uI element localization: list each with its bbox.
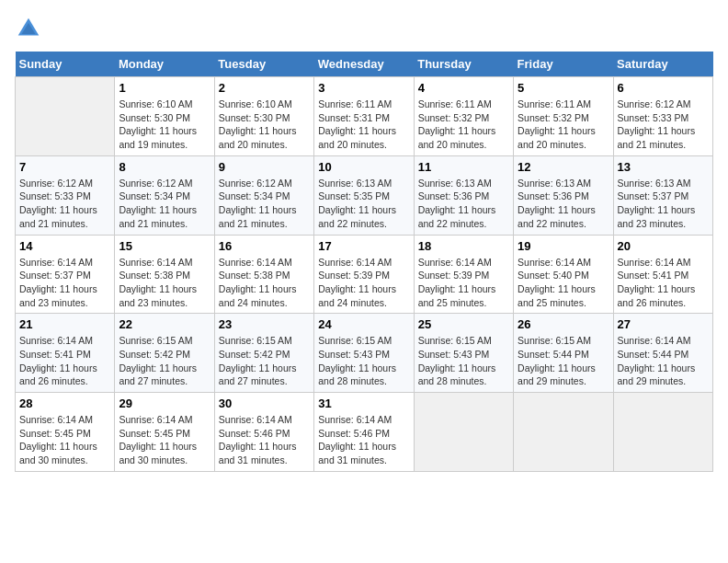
day-number: 28 — [19, 396, 110, 410]
cell-sun-info: Sunrise: 6:10 AMSunset: 5:30 PMDaylight:… — [219, 98, 310, 152]
cell-sun-info: Sunrise: 6:14 AMSunset: 5:45 PMDaylight:… — [19, 413, 110, 467]
cell-sun-info: Sunrise: 6:14 AMSunset: 5:41 PMDaylight:… — [19, 334, 110, 388]
cell-sun-info: Sunrise: 6:15 AMSunset: 5:43 PMDaylight:… — [318, 334, 409, 388]
cell-sun-info: Sunrise: 6:14 AMSunset: 5:46 PMDaylight:… — [318, 413, 409, 467]
calendar-cell: 9Sunrise: 6:12 AMSunset: 5:34 PMDaylight… — [214, 155, 313, 235]
calendar-cell: 1Sunrise: 6:10 AMSunset: 5:30 PMDaylight… — [115, 77, 214, 156]
day-number: 20 — [618, 239, 709, 253]
day-number: 31 — [318, 396, 409, 410]
day-number: 24 — [318, 317, 409, 331]
day-number: 29 — [119, 396, 210, 410]
calendar-cell: 29Sunrise: 6:14 AMSunset: 5:45 PMDayligh… — [115, 393, 214, 472]
cell-sun-info: Sunrise: 6:14 AMSunset: 5:38 PMDaylight:… — [119, 256, 210, 310]
day-header-wednesday: Wednesday — [314, 52, 414, 77]
day-header-thursday: Thursday — [414, 52, 513, 77]
calendar-cell: 27Sunrise: 6:14 AMSunset: 5:44 PMDayligh… — [613, 314, 712, 393]
day-number: 6 — [618, 81, 709, 95]
cell-sun-info: Sunrise: 6:10 AMSunset: 5:30 PMDaylight:… — [119, 98, 210, 152]
calendar-cell — [613, 393, 712, 472]
day-header-sunday: Sunday — [16, 52, 115, 77]
cell-sun-info: Sunrise: 6:14 AMSunset: 5:37 PMDaylight:… — [19, 256, 110, 310]
calendar-cell: 15Sunrise: 6:14 AMSunset: 5:38 PMDayligh… — [115, 235, 214, 314]
calendar-cell — [414, 393, 513, 472]
day-header-friday: Friday — [514, 52, 613, 77]
cell-sun-info: Sunrise: 6:14 AMSunset: 5:46 PMDaylight:… — [219, 413, 310, 467]
calendar-cell: 8Sunrise: 6:12 AMSunset: 5:34 PMDaylight… — [115, 155, 214, 235]
cell-sun-info: Sunrise: 6:14 AMSunset: 5:45 PMDaylight:… — [119, 413, 210, 467]
day-number: 15 — [119, 239, 210, 253]
calendar-cell: 21Sunrise: 6:14 AMSunset: 5:41 PMDayligh… — [16, 314, 115, 393]
cell-sun-info: Sunrise: 6:12 AMSunset: 5:33 PMDaylight:… — [19, 177, 110, 231]
calendar-cell: 18Sunrise: 6:14 AMSunset: 5:39 PMDayligh… — [414, 235, 513, 314]
cell-sun-info: Sunrise: 6:14 AMSunset: 5:39 PMDaylight:… — [418, 256, 509, 310]
cell-sun-info: Sunrise: 6:12 AMSunset: 5:34 PMDaylight:… — [119, 177, 210, 231]
page-header — [15, 15, 713, 42]
day-header-saturday: Saturday — [613, 52, 712, 77]
day-number: 13 — [618, 160, 709, 174]
cell-sun-info: Sunrise: 6:12 AMSunset: 5:34 PMDaylight:… — [219, 177, 310, 231]
calendar-cell: 25Sunrise: 6:15 AMSunset: 5:43 PMDayligh… — [414, 314, 513, 393]
week-row-5: 28Sunrise: 6:14 AMSunset: 5:45 PMDayligh… — [16, 393, 713, 472]
calendar-cell: 11Sunrise: 6:13 AMSunset: 5:36 PMDayligh… — [414, 155, 513, 235]
week-row-2: 7Sunrise: 6:12 AMSunset: 5:33 PMDaylight… — [16, 155, 713, 235]
day-number: 9 — [219, 160, 310, 174]
calendar-cell: 31Sunrise: 6:14 AMSunset: 5:46 PMDayligh… — [314, 393, 414, 472]
calendar-cell: 12Sunrise: 6:13 AMSunset: 5:36 PMDayligh… — [514, 155, 613, 235]
calendar-cell: 22Sunrise: 6:15 AMSunset: 5:42 PMDayligh… — [115, 314, 214, 393]
calendar-cell: 14Sunrise: 6:14 AMSunset: 5:37 PMDayligh… — [16, 235, 115, 314]
day-number: 16 — [219, 239, 310, 253]
week-row-3: 14Sunrise: 6:14 AMSunset: 5:37 PMDayligh… — [16, 235, 713, 314]
cell-sun-info: Sunrise: 6:14 AMSunset: 5:40 PMDaylight:… — [518, 256, 609, 310]
calendar-cell: 2Sunrise: 6:10 AMSunset: 5:30 PMDaylight… — [214, 77, 313, 156]
days-header-row: SundayMondayTuesdayWednesdayThursdayFrid… — [16, 52, 713, 77]
day-number: 8 — [119, 160, 210, 174]
calendar-cell: 5Sunrise: 6:11 AMSunset: 5:32 PMDaylight… — [514, 77, 613, 156]
day-number: 30 — [219, 396, 310, 410]
calendar-cell: 24Sunrise: 6:15 AMSunset: 5:43 PMDayligh… — [314, 314, 414, 393]
generalblue-logo-icon — [15, 15, 42, 42]
cell-sun-info: Sunrise: 6:14 AMSunset: 5:39 PMDaylight:… — [318, 256, 409, 310]
calendar-cell — [514, 393, 613, 472]
day-header-tuesday: Tuesday — [214, 52, 313, 77]
week-row-4: 21Sunrise: 6:14 AMSunset: 5:41 PMDayligh… — [16, 314, 713, 393]
calendar-cell: 10Sunrise: 6:13 AMSunset: 5:35 PMDayligh… — [314, 155, 414, 235]
calendar-cell: 17Sunrise: 6:14 AMSunset: 5:39 PMDayligh… — [314, 235, 414, 314]
cell-sun-info: Sunrise: 6:15 AMSunset: 5:44 PMDaylight:… — [518, 334, 609, 388]
cell-sun-info: Sunrise: 6:15 AMSunset: 5:43 PMDaylight:… — [418, 334, 509, 388]
day-number: 21 — [19, 317, 110, 331]
day-number: 17 — [318, 239, 409, 253]
calendar-cell: 4Sunrise: 6:11 AMSunset: 5:32 PMDaylight… — [414, 77, 513, 156]
cell-sun-info: Sunrise: 6:15 AMSunset: 5:42 PMDaylight:… — [219, 334, 310, 388]
cell-sun-info: Sunrise: 6:15 AMSunset: 5:42 PMDaylight:… — [119, 334, 210, 388]
calendar-cell — [16, 77, 115, 156]
calendar-cell: 13Sunrise: 6:13 AMSunset: 5:37 PMDayligh… — [613, 155, 712, 235]
calendar-cell: 6Sunrise: 6:12 AMSunset: 5:33 PMDaylight… — [613, 77, 712, 156]
day-number: 7 — [19, 160, 110, 174]
calendar-cell: 20Sunrise: 6:14 AMSunset: 5:41 PMDayligh… — [613, 235, 712, 314]
cell-sun-info: Sunrise: 6:13 AMSunset: 5:37 PMDaylight:… — [618, 177, 709, 231]
cell-sun-info: Sunrise: 6:12 AMSunset: 5:33 PMDaylight:… — [618, 98, 709, 152]
day-number: 18 — [418, 239, 509, 253]
day-number: 26 — [518, 317, 609, 331]
cell-sun-info: Sunrise: 6:11 AMSunset: 5:31 PMDaylight:… — [318, 98, 409, 152]
day-number: 19 — [518, 239, 609, 253]
day-number: 14 — [19, 239, 110, 253]
cell-sun-info: Sunrise: 6:11 AMSunset: 5:32 PMDaylight:… — [518, 98, 609, 152]
day-number: 10 — [318, 160, 409, 174]
day-number: 12 — [518, 160, 609, 174]
cell-sun-info: Sunrise: 6:13 AMSunset: 5:36 PMDaylight:… — [518, 177, 609, 231]
calendar-cell: 28Sunrise: 6:14 AMSunset: 5:45 PMDayligh… — [16, 393, 115, 472]
cell-sun-info: Sunrise: 6:13 AMSunset: 5:36 PMDaylight:… — [418, 177, 509, 231]
cell-sun-info: Sunrise: 6:13 AMSunset: 5:35 PMDaylight:… — [318, 177, 409, 231]
day-number: 4 — [418, 81, 509, 95]
calendar-cell: 30Sunrise: 6:14 AMSunset: 5:46 PMDayligh… — [214, 393, 313, 472]
day-number: 2 — [219, 81, 310, 95]
day-header-monday: Monday — [115, 52, 214, 77]
calendar-cell: 3Sunrise: 6:11 AMSunset: 5:31 PMDaylight… — [314, 77, 414, 156]
cell-sun-info: Sunrise: 6:11 AMSunset: 5:32 PMDaylight:… — [418, 98, 509, 152]
day-number: 27 — [618, 317, 709, 331]
day-number: 22 — [119, 317, 210, 331]
day-number: 23 — [219, 317, 310, 331]
calendar-table: SundayMondayTuesdayWednesdayThursdayFrid… — [15, 52, 713, 472]
week-row-1: 1Sunrise: 6:10 AMSunset: 5:30 PMDaylight… — [16, 77, 713, 156]
